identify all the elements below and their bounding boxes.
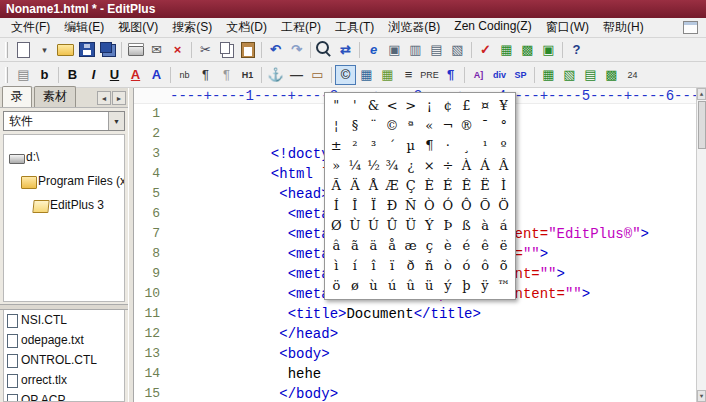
special-char-icon[interactable]: © [335, 65, 356, 85]
char-cell[interactable]: Ì [494, 176, 513, 196]
char-cell[interactable]: ã [346, 236, 365, 256]
char-cell[interactable]: È [420, 176, 439, 196]
help-icon[interactable]: ? [566, 40, 587, 60]
char-cell[interactable]: Í [327, 196, 346, 216]
char-cell[interactable]: ´ [383, 136, 402, 156]
anchor-icon[interactable]: ⚓ [265, 65, 286, 85]
char-cell[interactable]: Þ [439, 216, 458, 236]
char-cell[interactable]: ² [346, 136, 365, 156]
menu-item[interactable]: 文档(D) [219, 17, 274, 38]
char-cell[interactable]: Ï [364, 196, 383, 216]
char-cell[interactable]: ý [439, 276, 458, 296]
char-cell[interactable]: Ú [364, 216, 383, 236]
char-cell[interactable]: Ü [401, 216, 420, 236]
char-cell[interactable]: ó [457, 256, 476, 276]
char-cell[interactable]: ¬ [439, 116, 458, 136]
char-cell[interactable]: É [439, 176, 458, 196]
char-cell[interactable]: ç [420, 236, 439, 256]
char-cell[interactable]: < [383, 96, 402, 116]
char-cell[interactable]: Â [494, 156, 513, 176]
char-cell[interactable]: Ý [420, 216, 439, 236]
browser-preview-icon[interactable]: e [363, 40, 384, 60]
menu-item[interactable]: 文件(F) [4, 17, 57, 38]
char-cell[interactable]: · [439, 136, 458, 156]
file-item[interactable]: NSI.CTL [4, 310, 124, 330]
char-cell[interactable]: Ê [457, 176, 476, 196]
char-cell[interactable]: à [476, 216, 495, 236]
char-cell[interactable]: æ [401, 236, 420, 256]
font-color-icon[interactable]: A [125, 65, 146, 85]
send-mail-icon[interactable]: ✉ [146, 40, 167, 60]
table-row-icon[interactable]: ▧ [559, 65, 580, 85]
char-cell[interactable]: ¨ [364, 116, 383, 136]
char-cell[interactable]: û [401, 276, 420, 296]
char-cell[interactable]: ¢ [439, 96, 458, 116]
char-cell[interactable]: ° [494, 116, 513, 136]
char-cell[interactable]: ï [383, 256, 402, 276]
menu-item[interactable]: Zen Coding(Z) [447, 17, 538, 38]
tab-scroll-right-icon[interactable]: ► [112, 91, 126, 105]
char-map-icon[interactable]: 24 [622, 65, 643, 85]
bold-icon[interactable]: B [62, 65, 83, 85]
window-list-icon[interactable]: ▣ [538, 40, 559, 60]
sidebar-tab[interactable]: 素材 [34, 86, 76, 107]
char-cell[interactable]: Ç [401, 176, 420, 196]
char-cell[interactable]: ª [401, 116, 420, 136]
new-file-menu-icon[interactable]: ▾ [34, 40, 55, 60]
char-cell[interactable]: À [457, 156, 476, 176]
char-cell[interactable]: ® [457, 116, 476, 136]
redo-icon[interactable]: ↷ [286, 40, 307, 60]
menu-item[interactable]: 帮助(H) [596, 17, 651, 38]
char-cell[interactable]: Ò [420, 196, 439, 216]
char-cell[interactable]: ¶ [420, 136, 439, 156]
char-cell[interactable]: ¥ [494, 96, 513, 116]
file-item[interactable]: odepage.txt [4, 330, 124, 350]
char-cell[interactable]: é [457, 236, 476, 256]
char-cell[interactable]: Ð [383, 196, 402, 216]
print-icon[interactable] [125, 40, 146, 60]
char-cell[interactable]: Ã [327, 176, 346, 196]
char-cell[interactable]: ' [346, 96, 365, 116]
p-tag-icon[interactable]: ¶ [440, 65, 461, 85]
char-cell[interactable]: ö [327, 276, 346, 296]
char-cell[interactable]: â [327, 236, 346, 256]
tab-scroll-left-icon[interactable]: ◄ [97, 91, 111, 105]
spell-check-icon[interactable]: ✓ [475, 40, 496, 60]
char-cell[interactable]: ¿ [401, 156, 420, 176]
toolbar-grip[interactable] [5, 67, 8, 83]
char-cell[interactable]: ½ [364, 156, 383, 176]
span-icon[interactable]: A] [468, 65, 489, 85]
char-cell[interactable]: Å [364, 176, 383, 196]
char-cell[interactable]: ø [346, 276, 365, 296]
vertical-scrollbar[interactable]: ▲ ▼ [696, 88, 706, 402]
drive-select[interactable]: 软件 ▼ [3, 111, 125, 131]
heading-icon[interactable]: H1 [237, 65, 258, 85]
file-item[interactable]: orrect.tlx [4, 370, 124, 390]
find-icon[interactable] [314, 40, 335, 60]
char-cell[interactable]: í [346, 256, 365, 276]
char-cell[interactable]: ÿ [476, 276, 495, 296]
char-cell[interactable]: å [383, 236, 402, 256]
file-item[interactable]: ONTROL.CTL [4, 350, 124, 370]
table-icon[interactable]: ▦ [356, 65, 377, 85]
code-line[interactable]: 15 [134, 384, 696, 402]
char-cell[interactable]: ¼ [346, 156, 365, 176]
char-cell[interactable]: è [439, 236, 458, 256]
char-cell[interactable]: ü [420, 276, 439, 296]
cliptext-window-icon[interactable]: ▤ [426, 40, 447, 60]
tree-item[interactable]: EditPlus 3 [4, 193, 124, 217]
char-cell[interactable]: ô [476, 256, 495, 276]
char-cell[interactable]: Ä [346, 176, 365, 196]
char-cell[interactable]: ä [364, 236, 383, 256]
font-icon[interactable]: A [146, 65, 167, 85]
char-cell[interactable]: Æ [383, 176, 402, 196]
underline-icon[interactable]: U [104, 65, 125, 85]
char-cell[interactable]: ± [327, 136, 346, 156]
title-bar[interactable]: Noname1.html * - EditPlus [0, 0, 706, 18]
scrollbar-thumb[interactable] [698, 101, 706, 149]
toolbar-grip[interactable] [5, 42, 8, 58]
hr-icon[interactable]: — [286, 65, 307, 85]
menu-item[interactable]: 工程(P) [274, 17, 328, 38]
tree-item[interactable]: d:\ [4, 145, 124, 169]
char-cell[interactable]: « [420, 116, 439, 136]
